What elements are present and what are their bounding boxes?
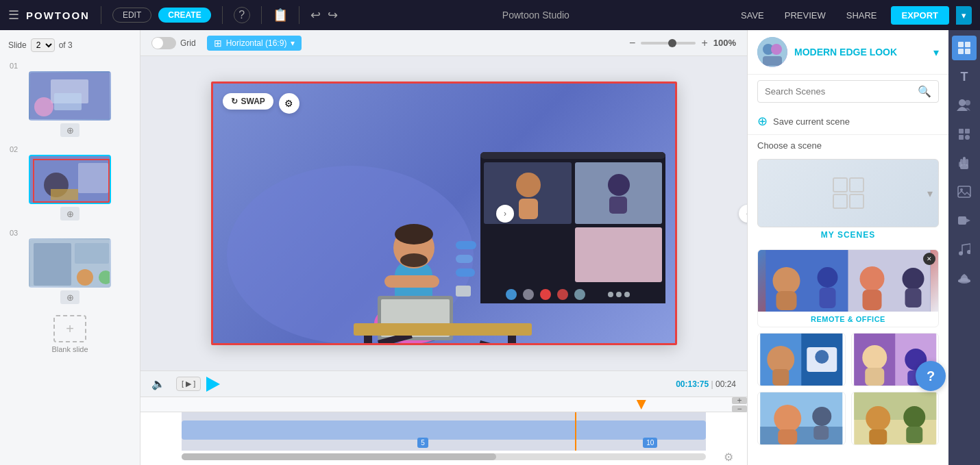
video-icon-button[interactable] [952, 208, 977, 233]
scenes-icon-button[interactable] [952, 36, 977, 60]
orientation-button[interactable]: ⊞ Horizontal (16:9) ▾ [207, 36, 302, 51]
share-button[interactable]: SHARE [840, 8, 884, 23]
slide-thumbnail-3[interactable] [29, 238, 111, 288]
scenes-header: MODERN EDGE LOOK ▾ [748, 30, 948, 75]
timeline-scrollbar-thumb[interactable] [182, 453, 496, 460]
blank-slide-box[interactable]: + [53, 315, 86, 342]
scene-3-svg [758, 392, 845, 444]
timeline-add-button[interactable]: + [732, 397, 747, 404]
svg-point-49 [608, 292, 613, 297]
svg-rect-10 [34, 243, 71, 286]
svg-rect-109 [960, 164, 968, 169]
edit-button[interactable]: EDIT [112, 8, 151, 23]
zoom-in-button[interactable]: + [701, 37, 707, 49]
swap-button[interactable]: ↻ SWAP [223, 93, 273, 110]
help-icon[interactable]: ? [234, 7, 250, 23]
music-icon [958, 242, 970, 256]
my-scenes-thumbnail[interactable]: ▾ [757, 159, 939, 227]
zoom-out-button[interactable]: − [629, 37, 635, 49]
grid-toggle-track[interactable] [151, 37, 176, 49]
svg-rect-58 [833, 194, 847, 208]
canvas-slide[interactable]: ↻ SWAP ⚙ [211, 81, 677, 345]
save-scene-row[interactable]: ⊕ Save current scene [748, 108, 948, 135]
svg-point-114 [959, 251, 963, 255]
slide-item-3[interactable]: 03 ⊕ [0, 225, 140, 308]
svg-point-20 [395, 224, 433, 244]
image-icon-button[interactable] [952, 179, 977, 204]
expand-panel-button[interactable]: › [496, 205, 514, 223]
hat-icon-button[interactable] [952, 266, 977, 290]
scenes-grid: ✕ REMOTE & OFFICE [748, 244, 948, 451]
choose-scene-label: Choose a scene [748, 135, 948, 155]
canvas-area: Grid ⊞ Horizontal (16:9) ▾ − + 100% ‹ [140, 30, 747, 465]
svg-point-76 [815, 350, 829, 364]
svg-point-12 [77, 269, 93, 286]
export-button[interactable]: EXPORT [891, 6, 949, 25]
settings-button[interactable]: ⚙ [279, 93, 299, 114]
slide-2-add-button[interactable]: ⊕ [60, 207, 79, 221]
grid-toggle[interactable]: Grid [151, 37, 196, 49]
slide-item-2[interactable]: 02 ⊕ [0, 141, 140, 225]
svg-point-91 [866, 406, 890, 431]
undo-icon[interactable]: ↩ [310, 8, 321, 23]
theme-avatar [757, 37, 787, 67]
volume-icon[interactable]: 🔈 [151, 377, 165, 390]
svg-rect-7 [51, 189, 78, 200]
music-icon-button[interactable] [952, 237, 977, 262]
save-scene-icon: ⊕ [757, 114, 768, 129]
save-button[interactable]: SAVE [734, 8, 771, 23]
my-scenes-chevron: ▾ [927, 187, 933, 200]
svg-point-51 [624, 292, 630, 297]
slide-3-add-button[interactable]: ⊕ [60, 290, 79, 304]
collapse-panel-button[interactable]: ‹ [739, 205, 747, 223]
slide-item-1[interactable]: 01 ⊕ [0, 58, 140, 141]
scene-card-4[interactable] [851, 392, 940, 445]
help-button[interactable]: ? [916, 361, 946, 391]
svg-rect-101 [959, 129, 964, 134]
search-icon[interactable]: 🔍 [918, 85, 931, 98]
timeline-bar[interactable] [182, 420, 706, 440]
preview-button[interactable]: PREVIEW [778, 8, 833, 23]
svg-rect-29 [354, 323, 532, 336]
slide-of-label: of 3 [59, 40, 73, 50]
theme-dropdown-icon[interactable]: ▾ [933, 46, 939, 59]
notes-icon[interactable]: 📋 [273, 8, 288, 23]
timeline-gear-icon[interactable]: ⚙ [724, 451, 733, 464]
people-icon-button[interactable] [952, 93, 977, 118]
scene-card-remote-office[interactable]: ✕ REMOTE & OFFICE [757, 249, 939, 327]
svg-point-85 [774, 405, 801, 432]
scene-card-1[interactable] [757, 333, 846, 386]
timeline-subtract-button[interactable]: − [732, 405, 747, 412]
create-button[interactable]: CREATE [158, 8, 210, 23]
export-dropdown-button[interactable]: ▾ [956, 6, 972, 25]
slide-3-preview-svg [30, 240, 111, 288]
zoom-slider[interactable] [641, 42, 696, 45]
timeline-track[interactable]: 5 10 [182, 412, 706, 451]
blank-slide[interactable]: + Blank slide [0, 308, 140, 360]
timeline-scrollbar[interactable]: ⚙ [182, 453, 706, 460]
redo-icon[interactable]: ↪ [328, 8, 338, 23]
hamburger-icon[interactable]: ☰ [8, 8, 19, 23]
objects-icon-button[interactable] [952, 122, 977, 147]
svg-rect-59 [850, 194, 863, 208]
logo: POWTOON [26, 10, 90, 21]
timeline: 0SEC 1 2 3 4 5 6 7 8 9 10 [140, 397, 747, 465]
text-icon-button[interactable]: T [952, 64, 977, 89]
play-frame-button[interactable]: [ ▶ ] [176, 377, 201, 391]
scene-card-3[interactable] [757, 392, 846, 445]
slide-number-select[interactable]: 2 1 3 [31, 38, 55, 52]
timeline-marker-line [575, 412, 576, 451]
scene-card-close-icon[interactable]: ✕ [923, 253, 935, 265]
search-input[interactable] [765, 86, 912, 97]
svg-rect-92 [869, 429, 887, 444]
slide-1-add-button[interactable]: ⊕ [60, 123, 79, 137]
svg-point-45 [523, 289, 534, 300]
slide-thumbnail-2[interactable] [29, 155, 111, 204]
theme-avatar-svg [757, 37, 787, 67]
play-button[interactable] [206, 377, 220, 392]
scene-card-1-image [758, 334, 845, 386]
slide-thumbnail-1[interactable] [29, 71, 111, 121]
hand-icon-button[interactable] [952, 151, 977, 175]
swap-label: SWAP [241, 97, 265, 106]
people-icon [957, 99, 972, 112]
